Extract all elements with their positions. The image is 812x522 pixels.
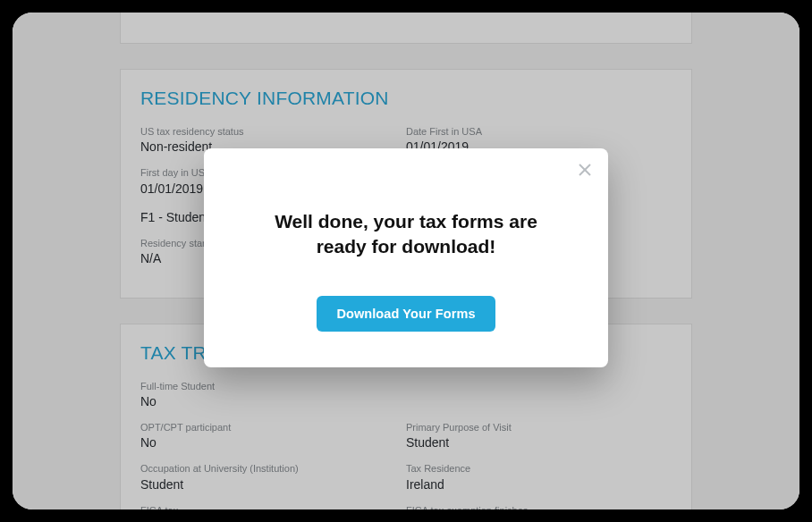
field-label: FICA tax xyxy=(140,504,406,509)
field-label: Tax Residence xyxy=(406,462,672,475)
field-tax-residence: Tax Residence Ireland xyxy=(406,462,672,491)
download-modal: Well done, your tax forms are ready for … xyxy=(204,148,608,367)
field-label: Occupation at University (Institution) xyxy=(140,462,406,475)
field-label: Full-time Student xyxy=(140,380,672,392)
field-opt-cpt: OPT/CPT participant No xyxy=(140,421,406,450)
previous-section-panel xyxy=(120,13,692,44)
field-value: No xyxy=(140,394,672,408)
field-value: Ireland xyxy=(406,477,672,492)
close-button[interactable] xyxy=(576,161,594,179)
field-primary-purpose: Primary Purpose of Visit Student xyxy=(406,421,672,450)
field-label: FICA tax exemption finishes xyxy=(406,504,672,509)
field-occupation: Occupation at University (Institution) S… xyxy=(140,462,406,491)
field-value: Student xyxy=(406,435,672,450)
field-fica-tax: FICA tax Exempt xyxy=(140,504,406,509)
field-label: OPT/CPT participant xyxy=(140,421,406,434)
download-forms-button[interactable]: Download Your Forms xyxy=(317,296,495,332)
field-label: US tax residency status xyxy=(140,125,406,138)
residency-title: RESIDENCY INFORMATION xyxy=(140,88,672,109)
field-value: No xyxy=(140,435,406,450)
field-fulltime-student: Full-time Student No xyxy=(140,380,672,408)
modal-title: Well done, your tax forms are ready for … xyxy=(240,209,572,260)
field-value: Student xyxy=(140,477,406,492)
field-label: Date First in USA xyxy=(406,125,672,138)
field-fica-end: FICA tax exemption finishes 05/01/2022 xyxy=(406,504,672,509)
field-label: Primary Purpose of Visit xyxy=(406,421,672,434)
close-icon xyxy=(579,164,591,176)
modal-title-line: Well done, your tax forms are xyxy=(275,211,537,232)
modal-title-line: ready for download! xyxy=(317,236,496,257)
